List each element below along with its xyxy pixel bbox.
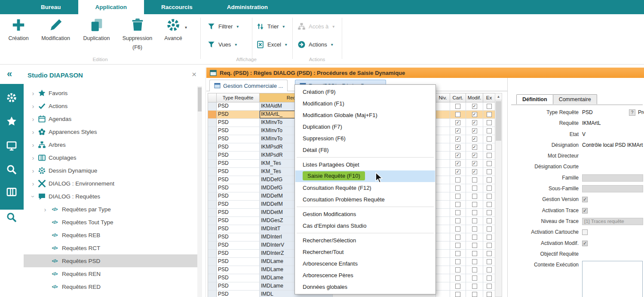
- menu-item-consultation-problemes-requete[interactable]: Consultation Problèmes Requête: [295, 194, 435, 205]
- strip-item-gear[interactable]: [6, 92, 17, 103]
- chevron-collapsed-icon[interactable]: ›: [30, 180, 37, 187]
- menu-item-detail-f8[interactable]: Détail (F8): [295, 144, 435, 156]
- checkbox[interactable]: [487, 194, 492, 199]
- checkbox[interactable]: [487, 275, 492, 281]
- menu-item-suppression-f6[interactable]: Suppression (F6): [295, 133, 435, 144]
- strip-item-search[interactable]: [6, 164, 17, 175]
- sidebar-item-arbres[interactable]: ›Arbres: [24, 138, 197, 151]
- checkbox[interactable]: [472, 284, 477, 289]
- checkbox[interactable]: [472, 267, 477, 272]
- checkbox[interactable]: [487, 161, 492, 166]
- column-header-col0[interactable]: [208, 93, 217, 102]
- checkbox[interactable]: [487, 210, 492, 215]
- strip-item-monitor[interactable]: [6, 140, 17, 152]
- checkbox[interactable]: [455, 243, 460, 248]
- sidebar-item-couplages[interactable]: ›Couplages: [24, 151, 197, 164]
- checkbox[interactable]: [487, 153, 492, 158]
- table-scrollbar-thumb[interactable]: [496, 101, 501, 141]
- sidebar-item-requetes-reb[interactable]: </>Requêtes REB: [24, 229, 197, 241]
- menu-item-consultation-requete-f12[interactable]: Consultation Requête (F12): [295, 182, 435, 194]
- tab-commentaire[interactable]: Commentaire: [553, 94, 597, 104]
- checkbox[interactable]: [472, 226, 477, 232]
- checkbox[interactable]: [487, 112, 492, 117]
- sidebar-item-requetes-ren[interactable]: </>Requêtes REN: [24, 267, 197, 280]
- sidebar-item-favoris[interactable]: ›Favoris: [24, 87, 197, 99]
- checkbox[interactable]: [472, 235, 477, 240]
- sidebar-item-requetes-tout-type[interactable]: </>Requêtes Tout Type: [24, 216, 197, 229]
- checkbox[interactable]: [472, 251, 477, 256]
- column-header-niv[interactable]: Niv.: [436, 93, 450, 102]
- tab-definition[interactable]: Définition: [516, 94, 553, 104]
- checkbox[interactable]: [487, 267, 492, 272]
- checkbox[interactable]: [455, 275, 460, 281]
- chevron-collapsed-icon[interactable]: ›: [30, 141, 37, 148]
- chevron-collapsed-icon[interactable]: ›: [30, 128, 37, 136]
- checkbox[interactable]: ✓: [455, 169, 460, 174]
- sidebar-item-dialog-environnement[interactable]: ›DIALOG : Environnement: [24, 177, 197, 190]
- checkbox[interactable]: [455, 259, 460, 264]
- column-header-modif[interactable]: Modif.: [466, 93, 483, 102]
- menu-item-saisie-requete-f10[interactable]: Saisie Requête (F10): [295, 170, 435, 182]
- checkbox[interactable]: [487, 104, 492, 109]
- checkbox[interactable]: [487, 202, 492, 207]
- checkbox[interactable]: [487, 218, 492, 223]
- checkbox[interactable]: [455, 218, 460, 223]
- sidebar-item-requetes-rct[interactable]: </>Requêtes RCT: [24, 241, 197, 254]
- sidebar-item-apparences-styles[interactable]: ›Apparences Styles: [24, 125, 197, 138]
- checkbox[interactable]: [472, 218, 477, 223]
- strip-item-star[interactable]: [6, 116, 17, 127]
- checkbox[interactable]: [487, 292, 492, 297]
- checkbox[interactable]: [487, 251, 492, 256]
- ribbon-tab-administration[interactable]: Administration: [210, 0, 285, 14]
- checkbox[interactable]: [455, 210, 460, 215]
- checkbox[interactable]: [472, 177, 477, 183]
- sidebar-item-agendas[interactable]: ›Agendas: [24, 112, 197, 125]
- checkbox[interactable]: [472, 259, 477, 264]
- checkbox[interactable]: ✓: [455, 145, 460, 150]
- menu-item-gestion-modifications[interactable]: Gestion Modifications: [295, 208, 435, 220]
- sidebar-scrollbar[interactable]: [197, 86, 202, 297]
- checkbox[interactable]: [487, 177, 492, 183]
- chevron-collapsed-icon[interactable]: ›: [30, 90, 37, 97]
- sidebar-item-dialog-requetes[interactable]: ›DIALOG : Requêtes: [24, 190, 197, 203]
- checkbox[interactable]: ✓: [472, 120, 477, 125]
- checkbox[interactable]: [487, 235, 492, 240]
- checkbox[interactable]: ✓: [455, 153, 460, 158]
- ribbon-button-duplication[interactable]: Duplication: [76, 16, 117, 50]
- sidebar-item-requetes-red[interactable]: </>Requêtes RED: [24, 280, 197, 293]
- checkbox[interactable]: [455, 177, 460, 183]
- checkbox[interactable]: ✓: [472, 169, 477, 174]
- chevron-expanded-icon[interactable]: ›: [30, 193, 37, 200]
- sidebar-scrollbar-thumb[interactable]: [198, 87, 202, 111]
- checkbox[interactable]: ✓: [472, 136, 477, 142]
- checkbox[interactable]: ✓: [455, 136, 460, 142]
- menu-item-duplication-f7[interactable]: Duplication (F7): [295, 121, 435, 133]
- menu-item-listes-partagees-objet[interactable]: Listes Partagées Objet: [295, 159, 435, 170]
- ribbon-tab-application[interactable]: Application: [78, 0, 144, 14]
- ribbon-button-filtrer[interactable]: Filtrer▾: [207, 20, 239, 32]
- checkbox[interactable]: [472, 243, 477, 248]
- scroll-up-icon[interactable]: ▲: [495, 93, 502, 100]
- sidebar-collapse-icon[interactable]: «: [7, 68, 12, 80]
- ribbon-button-suppression[interactable]: Suppression(F6): [117, 16, 158, 50]
- document-tab-gestion-commerciale[interactable]: Gestion Commerciale ...: [209, 80, 288, 91]
- checkbox[interactable]: [455, 267, 460, 272]
- checkbox[interactable]: [487, 145, 492, 150]
- sidebar-close-icon[interactable]: ×: [192, 70, 196, 79]
- ribbon-button-avance[interactable]: ▾Avancé: [158, 16, 189, 50]
- ribbon-button-modification[interactable]: Modification: [35, 16, 76, 50]
- checkbox[interactable]: [455, 235, 460, 240]
- checkbox[interactable]: ✓: [472, 161, 477, 166]
- menu-item-arborescence-peres[interactable]: Arborescence Pères: [295, 269, 435, 281]
- menu-item-modification-globale-maj-f1[interactable]: Modification Globale (Maj+F1): [295, 109, 435, 121]
- checkbox[interactable]: [472, 186, 477, 191]
- checkbox[interactable]: ✓: [455, 161, 460, 166]
- checkbox[interactable]: [455, 226, 460, 232]
- ribbon-button-acces-a[interactable]: Accès à▾: [297, 20, 334, 32]
- checkbox[interactable]: ✓: [472, 112, 477, 117]
- column-header-cart[interactable]: Cart.: [450, 93, 466, 102]
- checkbox[interactable]: [487, 169, 492, 174]
- checkbox[interactable]: [455, 186, 460, 191]
- checkbox[interactable]: [472, 275, 477, 281]
- strip-item-columns[interactable]: [6, 186, 17, 198]
